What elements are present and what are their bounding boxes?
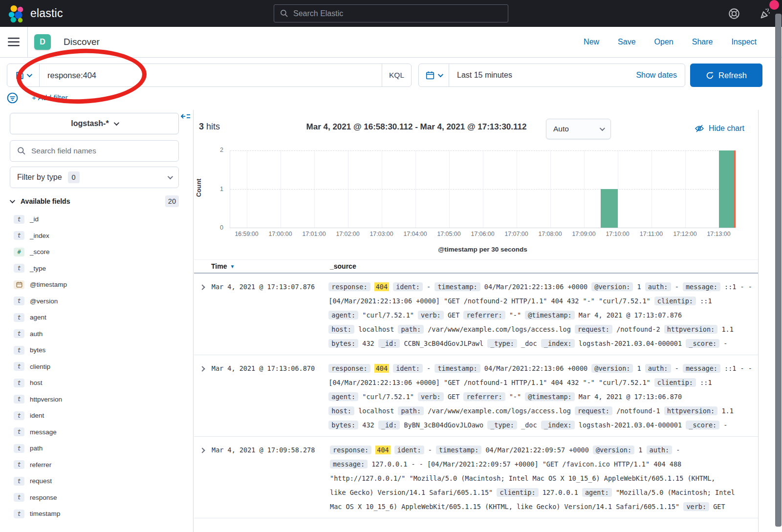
x-tick-label: 16:59:00 (235, 231, 258, 237)
field-name-badge: timestamp: (434, 364, 480, 373)
field-item-response[interactable]: tresponse (0, 489, 194, 506)
field-value: Mar 4, 2021 @ 17:13:07.876 (579, 311, 682, 319)
expand-row-icon (199, 366, 205, 371)
search-icon (280, 9, 288, 18)
filter-icon[interactable] (7, 92, 18, 104)
query-input[interactable]: response:404 (40, 64, 382, 86)
field-item-request[interactable]: trequest (0, 473, 194, 489)
field-value: ::1 - - (724, 283, 752, 291)
top-nav-menu: New Save Open Share Inspect (584, 27, 757, 57)
main-menu-button[interactable] (0, 27, 28, 57)
field-value: - (723, 340, 727, 347)
field-name-badge: message: (330, 460, 368, 468)
hide-chart-button[interactable]: Hide chart (695, 124, 744, 133)
query-language-button[interactable]: KQL (382, 64, 411, 86)
histogram-chart[interactable] (230, 150, 736, 228)
field-item-@timestamp[interactable]: @timestamp (0, 277, 194, 293)
expand-row-button[interactable] (194, 443, 212, 514)
field-item-agent[interactable]: tagent (0, 309, 194, 326)
newsfeed-icon[interactable] (759, 7, 772, 20)
field-name-badge: timestamp: (434, 282, 480, 291)
field-item-auth[interactable]: tauth (0, 326, 194, 342)
collapse-sidebar-button[interactable] (181, 114, 191, 123)
field-value: 127.0.0.1 - - [04/Mar/2021:22:09:57 +000… (371, 460, 681, 468)
x-tick-label: 17:02:00 (336, 231, 359, 237)
string-field-icon: t (14, 477, 24, 486)
field-item-httpversion[interactable]: thttpversion (0, 391, 194, 408)
field-value: [04/Mar/2021:22:13:06 +0000] "GET /notfo… (328, 297, 650, 305)
field-item-clientip[interactable]: tclientip (0, 359, 194, 375)
field-name-badge: httpversion: (664, 325, 718, 334)
string-field-icon: t (14, 379, 24, 387)
help-icon[interactable] (728, 7, 740, 20)
field-item-@version[interactable]: t@version (0, 293, 194, 310)
available-fields-count-badge: 20 (165, 195, 179, 207)
quick-select-menu-button[interactable] (419, 64, 449, 86)
field-name-badge: _type: (487, 339, 517, 348)
share-button[interactable]: Share (692, 38, 713, 46)
field-value: GET (448, 311, 459, 319)
field-value: - (428, 446, 432, 454)
new-button[interactable]: New (584, 38, 599, 46)
histogram-bar[interactable] (601, 189, 617, 228)
field-name-badge: _score: (686, 339, 719, 348)
add-filter-button[interactable]: + Add filter (32, 93, 68, 102)
discover-app-badge[interactable]: D (34, 34, 51, 50)
string-field-icon: t (14, 362, 24, 371)
field-item-referrer[interactable]: treferrer (0, 457, 194, 473)
string-field-icon: t (14, 297, 24, 305)
time-column-header[interactable]: Time ▼ (211, 262, 235, 270)
field-value: /notfound-2 (616, 325, 660, 333)
field-search-input[interactable]: Search field names (10, 140, 179, 162)
field-value: [04/Mar/2021:22:13:06 +0000] "GET /notfo… (328, 379, 650, 386)
global-search-input[interactable]: Search Elastic (274, 4, 508, 22)
field-name-badge: verb: (418, 392, 444, 401)
refresh-button[interactable]: Refresh (690, 64, 762, 87)
available-fields-header[interactable]: Available fields 20 (10, 194, 179, 208)
x-tick-label: 17:06:00 (471, 231, 494, 237)
field-value: 1.1 (721, 325, 733, 333)
field-name-badge: auth: (647, 446, 673, 454)
field-value: ::1 - - (724, 364, 752, 372)
field-value: "http://127.0.0.1/" "Mozilla/5.0 (Macint… (330, 474, 715, 482)
expand-row-button[interactable] (194, 362, 212, 432)
page-scrollbar[interactable] (775, 14, 782, 527)
field-item-host[interactable]: thost (0, 375, 194, 391)
x-tick-label: 17:03:00 (369, 231, 393, 237)
index-pattern-switcher[interactable]: logstash-* (10, 113, 179, 134)
collapse-sidebar-icon (181, 114, 191, 123)
field-value: 1 (637, 364, 641, 372)
open-button[interactable]: Open (654, 38, 673, 46)
histogram-bar[interactable] (719, 150, 736, 228)
field-item-bytes[interactable]: tbytes (0, 342, 194, 359)
field-name: auth (30, 330, 43, 338)
interval-select[interactable]: Auto (546, 119, 611, 139)
show-dates-button[interactable]: Show dates (636, 64, 685, 86)
x-tick-label: 17:01:00 (302, 231, 326, 237)
field-item-message[interactable]: tmessage (0, 424, 194, 441)
sort-desc-icon: ▼ (230, 264, 235, 269)
hits-count: 3 hits (199, 122, 220, 132)
filter-by-type-button[interactable]: Filter by type 0 (10, 167, 179, 188)
field-item-path[interactable]: tpath (0, 440, 194, 457)
save-button[interactable]: Save (618, 38, 635, 46)
field-name-badge: ident: (393, 282, 423, 291)
field-name-badge: request: (575, 406, 612, 415)
elastic-logo[interactable]: elastic (7, 4, 63, 23)
field-item-_type[interactable]: t_type (0, 260, 194, 277)
field-name-badge: ident: (393, 364, 423, 373)
doc-table-header: Time ▼ _source (194, 259, 758, 274)
expand-row-button[interactable] (194, 280, 212, 351)
inspect-button[interactable]: Inspect (731, 38, 757, 46)
field-item-_index[interactable]: t_index (0, 228, 194, 244)
time-range-button[interactable]: Last 15 minutes (449, 64, 636, 86)
saved-query-menu-button[interactable] (7, 64, 40, 86)
field-item-ident[interactable]: tident (0, 407, 194, 424)
field-value: GET (448, 393, 459, 401)
field-item-_id[interactable]: t_id (0, 211, 194, 228)
field-item-timestamp[interactable]: ttimestamp (0, 506, 194, 522)
brand-name: elastic (30, 7, 63, 20)
field-item-_score[interactable]: #_score (0, 244, 194, 260)
field-name: ident (30, 412, 44, 419)
string-field-icon: t (14, 215, 24, 224)
